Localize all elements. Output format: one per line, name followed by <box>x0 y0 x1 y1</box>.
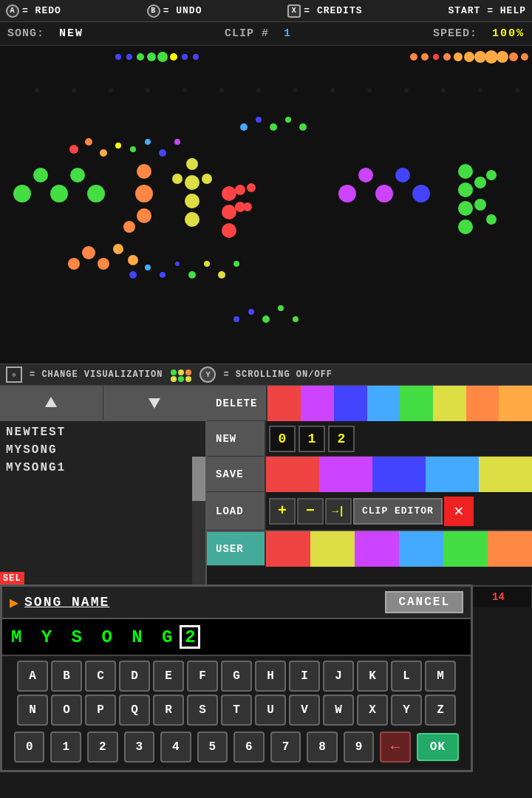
undo-control[interactable]: B = UNDO <box>147 4 202 18</box>
user-color-1[interactable] <box>266 531 310 567</box>
minus-button[interactable]: − <box>297 498 324 525</box>
clip-num-0[interactable]: 0 <box>269 426 296 452</box>
plus-button[interactable]: + <box>269 498 296 525</box>
key-3[interactable]: 3 <box>124 732 155 763</box>
scroll-thumb[interactable] <box>192 457 205 501</box>
nav-up-button[interactable] <box>0 386 103 420</box>
visualization-area <box>0 46 532 364</box>
save-color-4[interactable] <box>426 457 479 492</box>
arrow-button[interactable]: →| <box>325 498 352 525</box>
key-P[interactable]: P <box>85 695 116 726</box>
nav-down-button[interactable] <box>103 386 206 420</box>
user-color-5[interactable] <box>443 531 488 567</box>
key-8[interactable]: 8 <box>307 732 338 763</box>
user-color-6[interactable] <box>488 531 532 567</box>
key-Y[interactable]: Y <box>391 695 422 726</box>
start-help[interactable]: START = HELP <box>448 5 526 16</box>
load-extras: + − →| CLIP EDITOR ✕ <box>266 492 477 530</box>
key-0[interactable]: 0 <box>14 732 45 763</box>
key-V[interactable]: V <box>289 695 320 726</box>
y-button[interactable]: Y <box>200 366 216 383</box>
svg-point-81 <box>35 88 39 92</box>
redo-control[interactable]: A = REDO <box>6 4 61 18</box>
key-F[interactable]: F <box>187 661 218 692</box>
color-cell-7[interactable] <box>466 386 499 421</box>
svg-point-17 <box>497 51 508 63</box>
key-D[interactable]: D <box>119 661 150 692</box>
color-cell-6[interactable] <box>433 386 466 421</box>
svg-point-45 <box>486 170 497 180</box>
clip-editor-button[interactable]: CLIP EDITOR <box>353 498 443 525</box>
credits-control[interactable]: X = CREDITS <box>287 4 362 18</box>
key-C[interactable]: C <box>85 661 116 692</box>
key-Q[interactable]: Q <box>119 695 150 726</box>
clip-num-1[interactable]: 1 <box>299 426 325 452</box>
key-X[interactable]: X <box>357 695 388 726</box>
new-button[interactable]: NEW <box>207 421 266 456</box>
key-2[interactable]: 2 <box>87 732 118 763</box>
svg-point-1 <box>115 54 121 60</box>
change-viz-icon[interactable]: ⊕ <box>6 366 22 383</box>
key-Z[interactable]: Z <box>425 695 456 726</box>
key-7[interactable]: 7 <box>270 732 301 763</box>
key-H[interactable]: H <box>255 661 286 692</box>
color-cell-8[interactable] <box>499 386 532 421</box>
key-K[interactable]: K <box>357 661 388 692</box>
x-button[interactable]: X <box>287 4 301 18</box>
key-N[interactable]: N <box>17 695 48 726</box>
svg-point-67 <box>218 271 225 279</box>
key-I[interactable]: I <box>289 661 320 692</box>
svg-point-87 <box>256 88 261 92</box>
user-color-2[interactable] <box>310 531 355 567</box>
save-color-5[interactable] <box>479 457 532 492</box>
svg-point-57 <box>256 117 262 123</box>
key-W[interactable]: W <box>323 695 354 726</box>
b-button[interactable]: B <box>147 4 160 18</box>
backspace-button[interactable]: ← <box>380 732 411 763</box>
user-button[interactable]: USER <box>207 532 266 565</box>
key-J[interactable]: J <box>323 661 354 692</box>
a-button[interactable]: A <box>6 4 19 18</box>
cancel-button[interactable]: CANCEL <box>385 591 463 613</box>
load-button[interactable]: LOAD <box>207 492 266 530</box>
ok-button[interactable]: OK <box>417 733 459 761</box>
key-5[interactable]: 5 <box>197 732 228 763</box>
save-color-3[interactable] <box>372 457 426 492</box>
save-button[interactable]: SAVE <box>207 457 266 491</box>
song-list-item[interactable]: MYSONG <box>3 442 202 458</box>
key-1[interactable]: 1 <box>50 732 81 763</box>
key-6[interactable]: 6 <box>233 732 265 763</box>
key-E[interactable]: E <box>153 661 184 692</box>
color-cell-2[interactable] <box>301 386 334 421</box>
key-G[interactable]: G <box>221 661 252 692</box>
key-T[interactable]: T <box>221 695 252 726</box>
svg-point-44 <box>474 177 486 188</box>
redo-label: = REDO <box>22 5 61 16</box>
svg-point-101 <box>178 369 184 375</box>
key-M[interactable]: M <box>425 661 456 692</box>
user-color-3[interactable] <box>355 531 399 567</box>
svg-point-35 <box>338 185 356 202</box>
key-L[interactable]: L <box>391 661 422 692</box>
key-R[interactable]: R <box>153 695 184 726</box>
key-A[interactable]: A <box>17 661 48 692</box>
save-color-2[interactable] <box>319 457 372 492</box>
key-O[interactable]: O <box>51 695 82 726</box>
key-S[interactable]: S <box>187 695 218 726</box>
song-list-item[interactable]: MYSONG1 <box>3 460 202 476</box>
scrollbar[interactable] <box>192 457 205 585</box>
song-list-item[interactable]: NEWTEST <box>3 424 202 440</box>
color-cell-5[interactable] <box>400 386 433 421</box>
save-color-1[interactable] <box>266 457 319 492</box>
close-x-button[interactable]: ✕ <box>444 497 474 526</box>
key-4[interactable]: 4 <box>160 732 191 763</box>
color-cell-3[interactable] <box>334 386 367 421</box>
key-U[interactable]: U <box>255 695 286 726</box>
key-B[interactable]: B <box>51 661 82 692</box>
color-cell-4[interactable] <box>367 386 400 421</box>
user-color-4[interactable] <box>399 531 443 567</box>
color-cell-1[interactable] <box>267 386 301 421</box>
delete-button[interactable]: DELETE <box>207 386 267 420</box>
key-9[interactable]: 9 <box>344 732 375 763</box>
clip-num-2[interactable]: 2 <box>328 426 355 452</box>
